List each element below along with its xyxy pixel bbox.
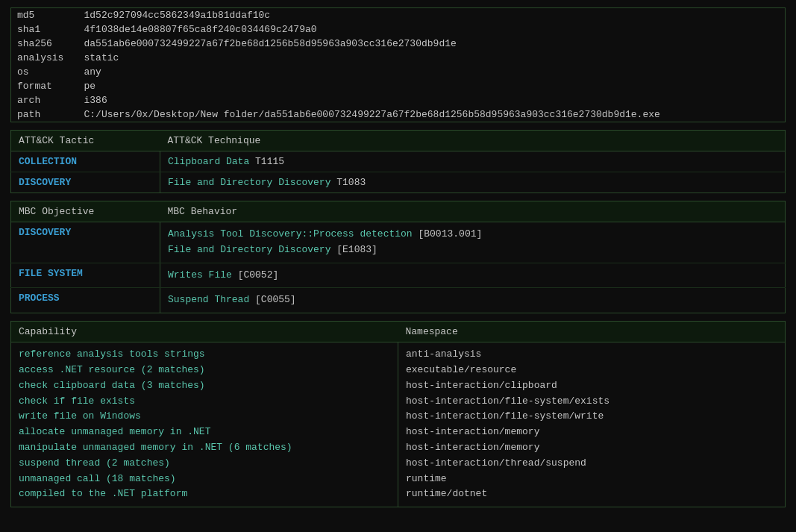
namespace-item: host-interaction/file-system/exists <box>406 394 777 410</box>
mbc-objective[interactable]: FILE SYSTEM <box>11 263 160 288</box>
namespace-item: host-interaction/memory <box>406 440 777 456</box>
mbc-behaviors: Analysis Tool Discovery::Process detecti… <box>160 222 786 263</box>
namespace-item: runtime/dotnet <box>406 486 777 502</box>
mbc-row: FILE SYSTEM Writes File [C0052] <box>11 263 786 288</box>
mbc-behavior[interactable]: Suspend Thread [C0055] <box>168 292 777 308</box>
attck-col1-header: ATT&CK Tactic <box>11 131 160 151</box>
attck-technique: File and Directory Discovery T1083 <box>160 172 786 193</box>
namespace-item: host-interaction/thread/suspend <box>406 456 777 472</box>
capability-item[interactable]: allocate unmanaged memory in .NET <box>19 425 390 440</box>
mbc-behaviors: Suspend Thread [C0055] <box>160 288 786 313</box>
capability-item[interactable]: check clipboard data (3 matches) <box>19 378 390 394</box>
file-key: os <box>11 65 78 79</box>
file-key: md5 <box>11 8 78 23</box>
file-info-row: pathC:/Users/0x/Desktop/New folder/da551… <box>11 107 786 122</box>
mbc-objective[interactable]: DISCOVERY <box>11 222 160 263</box>
mbc-row: DISCOVERY Analysis Tool Discovery::Proce… <box>11 222 786 263</box>
attck-col2-header: ATT&CK Technique <box>160 131 786 151</box>
file-info-row: sha256da551ab6e000732499227a67f2be68d125… <box>11 37 786 51</box>
mbc-behavior[interactable]: File and Directory Discovery [E1083] <box>168 242 777 258</box>
capabilities-col: reference analysis tools stringsaccess .… <box>11 342 398 507</box>
attck-table: ATT&CK Tactic ATT&CK Technique COLLECTIO… <box>10 130 786 193</box>
file-value: i386 <box>78 93 786 107</box>
capability-item[interactable]: suspend thread (2 matches) <box>19 456 390 472</box>
cap-col1-header: Capability <box>11 322 398 342</box>
mbc-behavior[interactable]: Writes File [C0052] <box>168 268 777 284</box>
namespace-item: host-interaction/clipboard <box>406 378 777 394</box>
file-value: 1d52c927094cc5862349a1b81ddaf10c <box>78 8 786 23</box>
file-info-row: md51d52c927094cc5862349a1b81ddaf10c <box>11 8 786 23</box>
capabilities-section: Capability Namespace reference analysis … <box>10 321 786 507</box>
file-value: static <box>78 51 786 65</box>
namespace-item: anti-analysis <box>406 347 777 363</box>
file-info-row: sha14f1038de14e08807f65ca8f240c034469c24… <box>11 22 786 37</box>
file-key: sha256 <box>11 37 78 51</box>
file-value: any <box>78 65 786 79</box>
mbc-behavior[interactable]: Analysis Tool Discovery::Process detecti… <box>168 227 777 242</box>
namespace-item: host-interaction/memory <box>406 425 777 440</box>
cap-col2-header: Namespace <box>398 322 786 342</box>
namespace-item: executable/resource <box>406 363 777 378</box>
file-info-row: formatpe <box>11 79 786 93</box>
namespace-item: host-interaction/file-system/write <box>406 409 777 425</box>
file-key: analysis <box>11 51 78 65</box>
capability-item[interactable]: manipulate unmanaged memory in .NET (6 m… <box>19 440 390 456</box>
file-value: pe <box>78 79 786 93</box>
capabilities-table: Capability Namespace reference analysis … <box>10 321 786 507</box>
file-info-row: archi386 <box>11 93 786 107</box>
mbc-section: MBC Objective MBC Behavior DISCOVERY Ana… <box>10 201 786 313</box>
capability-item[interactable]: access .NET resource (2 matches) <box>19 363 390 378</box>
file-info-section: md51d52c927094cc5862349a1b81ddaf10csha14… <box>10 7 786 122</box>
attck-section: ATT&CK Tactic ATT&CK Technique COLLECTIO… <box>10 130 786 193</box>
attck-row: DISCOVERY File and Directory Discovery T… <box>11 172 786 193</box>
file-key: format <box>11 79 78 93</box>
file-key: sha1 <box>11 22 78 37</box>
file-key: path <box>11 107 78 122</box>
file-key: arch <box>11 93 78 107</box>
mbc-table: MBC Objective MBC Behavior DISCOVERY Ana… <box>10 201 786 313</box>
namespace-item: runtime <box>406 472 777 487</box>
capability-item[interactable]: reference analysis tools strings <box>19 347 390 363</box>
file-info-row: analysisstatic <box>11 51 786 65</box>
attck-tactic[interactable]: COLLECTION <box>11 151 160 172</box>
mbc-col1-header: MBC Objective <box>11 201 160 222</box>
file-value: da551ab6e000732499227a67f2be68d1256b58d9… <box>78 37 786 51</box>
file-info-table: md51d52c927094cc5862349a1b81ddaf10csha14… <box>10 7 786 122</box>
file-value: C:/Users/0x/Desktop/New folder/da551ab6e… <box>78 107 786 122</box>
mbc-behaviors: Writes File [C0052] <box>160 263 786 288</box>
mbc-objective[interactable]: PROCESS <box>11 288 160 313</box>
file-value: 4f1038de14e08807f65ca8f240c034469c2479a0 <box>78 22 786 37</box>
capability-item[interactable]: check if file exists <box>19 394 390 410</box>
capabilities-row: reference analysis tools stringsaccess .… <box>11 342 786 507</box>
capability-item[interactable]: write file on Windows <box>19 409 390 425</box>
attck-technique: Clipboard Data T1115 <box>160 151 786 172</box>
attck-row: COLLECTION Clipboard Data T1115 <box>11 151 786 172</box>
namespaces-col: anti-analysisexecutable/resourcehost-int… <box>398 342 786 507</box>
mbc-row: PROCESS Suspend Thread [C0055] <box>11 288 786 313</box>
file-info-row: osany <box>11 65 786 79</box>
mbc-col2-header: MBC Behavior <box>160 201 786 222</box>
attck-tactic[interactable]: DISCOVERY <box>11 172 160 193</box>
capability-item[interactable]: compiled to the .NET platform <box>19 486 390 502</box>
capability-item[interactable]: unmanaged call (18 matches) <box>19 472 390 487</box>
